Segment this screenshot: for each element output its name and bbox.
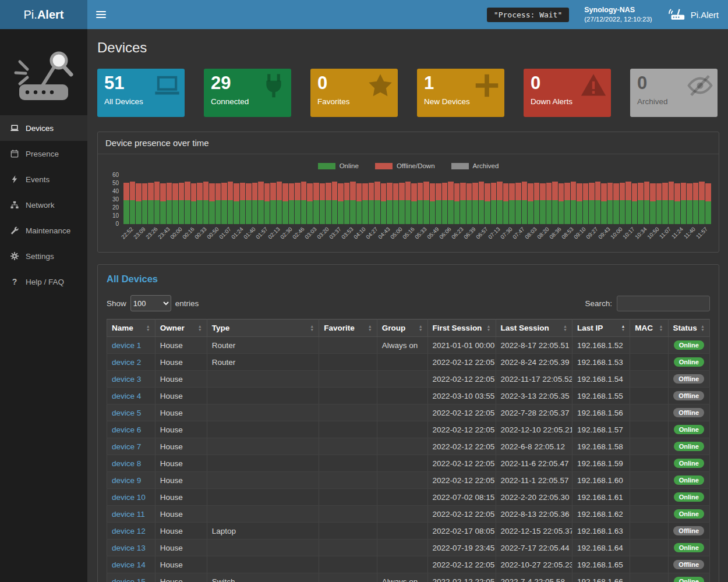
chart-bar [577,183,582,224]
sidebar-item-label: Events [26,175,50,184]
sidebar-item-maintenance[interactable]: Maintenance [0,218,87,243]
column-header-first-session[interactable]: First Session▲▼ [427,320,496,337]
card-down-alerts[interactable]: 0Down Alerts [524,69,611,117]
legend-item-offline-down[interactable]: Offline/Down [375,162,435,169]
cell-type [207,371,319,388]
device-link[interactable]: device 12 [112,527,146,535]
y-axis-tick: 40 [112,189,119,194]
device-link[interactable]: device 11 [112,510,145,519]
device-link[interactable]: device 1 [112,341,141,350]
cell-owner: House [155,472,207,489]
table-row: device 6House2022-02-12 22:052022-12-10 … [107,421,710,438]
question-icon: ? [10,277,19,286]
device-link[interactable]: device 7 [112,442,141,451]
chart-bars [123,175,711,224]
card-all-devices[interactable]: 51All Devices [97,69,185,117]
cell-type [207,540,319,556]
cell-type [207,455,319,472]
legend-label: Online [340,162,359,169]
entries-select[interactable]: 100 [130,295,171,311]
legend-item-online[interactable]: Online [318,162,359,169]
cell-status: Offline [668,556,709,573]
cell-favorite [319,573,377,582]
cell-name: device 4 [107,388,156,404]
table-row: device 13House2022-07-19 23:452022-7-17 … [107,540,710,556]
cell-group: Always on [377,337,427,354]
status-badge: Online [674,442,704,451]
chart-bar [160,183,166,224]
device-link[interactable]: device 4 [112,392,141,400]
sidebar-item-events[interactable]: Events [0,166,87,192]
cell-mac [630,472,668,489]
column-header-last-session[interactable]: Last Session▲▼ [496,320,572,337]
table-row: device 4House2022-03-10 03:552022-3-13 2… [107,388,710,404]
cell-group [377,438,427,455]
cell-favorite [319,388,377,404]
chart-bar [472,183,478,224]
table-row: device 3House2022-02-12 22:052022-11-17 … [107,371,710,388]
device-link[interactable]: device 2 [112,358,141,367]
chart-bar [313,183,319,224]
column-header-last-ip[interactable]: Last IP▲▼ [572,320,630,337]
table-panel-title: All Devices [107,274,710,285]
device-link[interactable]: device 8 [112,459,141,468]
card-connected[interactable]: 29Connected [204,69,291,117]
chart-bar [136,183,142,224]
device-link[interactable]: device 14 [112,560,146,569]
chart-bar [674,183,680,224]
column-header-name[interactable]: Name▲▼ [107,320,156,337]
search-input[interactable] [617,296,710,311]
cell-favorite [319,354,377,371]
column-header-favorite[interactable]: Favorite▲▼ [319,320,377,337]
sidebar-item-network[interactable]: Network [0,192,87,218]
cell-name: device 8 [107,455,156,472]
device-link[interactable]: device 10 [112,493,146,502]
sidebar-item-help-faq[interactable]: ?Help / FAQ [0,269,87,294]
column-header-owner[interactable]: Owner▲▼ [155,320,207,337]
cell-mac [630,540,668,556]
device-link[interactable]: device 6 [112,425,141,434]
cell-status: Offline [668,371,709,388]
device-link[interactable]: device 5 [112,409,141,417]
chart-bar [179,183,185,224]
sort-icon: ▲▼ [659,325,663,332]
search-label: Search: [585,299,612,308]
host-name: Synology-NAS [584,5,652,15]
column-header-type[interactable]: Type▲▼ [207,320,319,337]
table-controls: Show100entries Search: [107,295,710,311]
cell-favorite [319,556,377,573]
status-badge: Offline [673,391,704,400]
sidebar-toggle-icon[interactable] [87,0,114,29]
card-favorites[interactable]: 0Favorites [310,69,398,117]
cell-group [377,455,427,472]
chart-bar [172,183,178,224]
column-header-status[interactable]: Status▲▼ [668,320,709,337]
page-title: Devices [97,40,719,56]
legend-item-archived[interactable]: Archived [451,162,499,169]
chart-bar [197,183,203,224]
device-link[interactable]: device 3 [112,375,141,384]
sidebar-item-settings[interactable]: Settings [0,243,87,269]
sidebar-item-presence[interactable]: Presence [0,141,87,166]
device-link[interactable]: device 9 [112,476,141,485]
cell-last-ip: 192.168.1.66 [572,573,630,582]
chart-bar [393,183,399,224]
sidebar-item-devices[interactable]: Devices [0,115,87,141]
cell-first-session: 2022-02-12 22:05 [427,438,496,455]
chart-bar [497,182,503,224]
chart-bar [234,183,239,224]
chart-bar [399,183,405,224]
card-archived[interactable]: 0Archived [630,69,718,117]
column-header-group[interactable]: Group▲▼ [377,320,427,337]
card-new-devices[interactable]: 1New Devices [417,69,504,117]
status-badge: Online [674,459,704,468]
cell-status: Online [668,421,709,438]
sort-icon: ▲▼ [368,325,372,332]
cell-favorite [319,540,377,556]
device-link[interactable]: device 15 [112,577,146,582]
device-link[interactable]: device 13 [112,544,146,552]
cell-type [207,506,319,523]
table-row: device 5House2022-02-12 22:052022-7-28 2… [107,404,710,421]
chart-x-labels: 22:5223:0923:2623:4300:0000:1600:3300:50… [123,224,711,249]
column-header-mac[interactable]: MAC▲▼ [630,320,668,337]
